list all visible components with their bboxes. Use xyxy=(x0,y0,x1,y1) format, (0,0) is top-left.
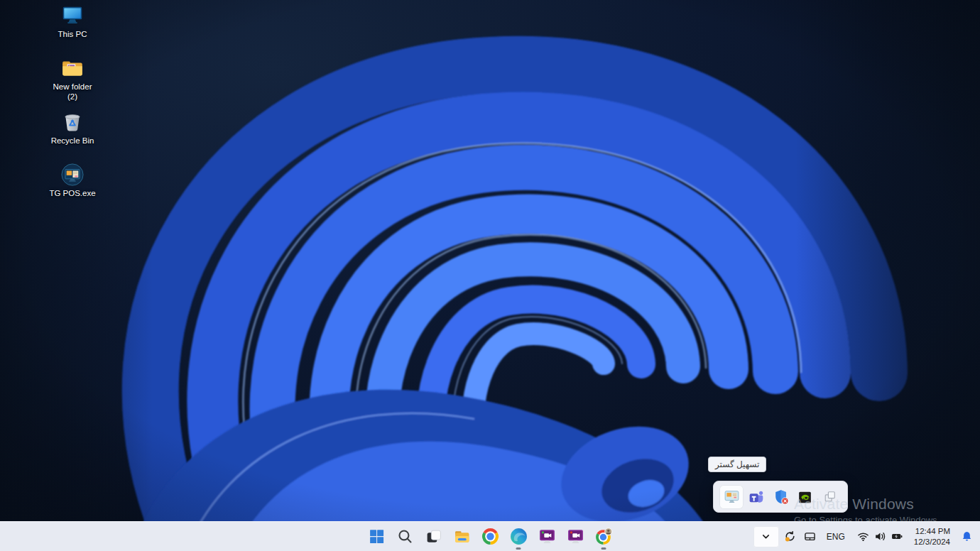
chrome-profile-icon xyxy=(595,528,613,545)
time-text: 12:44 PM xyxy=(914,526,950,537)
notifications-button[interactable] xyxy=(957,526,977,547)
update-restart-tray-button[interactable] xyxy=(781,526,799,547)
running-indicator xyxy=(516,547,521,550)
tray-overflow-flyout xyxy=(713,481,848,513)
desktop-icon-this-pc[interactable]: This PC xyxy=(41,4,104,40)
wifi-icon xyxy=(857,530,869,542)
windows-security-alert-icon xyxy=(772,488,790,506)
file-explorer-icon xyxy=(453,528,471,545)
battery-charging-icon xyxy=(891,530,903,542)
taskbar: ENG xyxy=(0,521,980,551)
screen-recorder-green-button[interactable] xyxy=(533,523,561,551)
this-pc-icon xyxy=(60,4,85,28)
desktop-icon-label: This PC xyxy=(58,30,87,40)
running-indicator xyxy=(601,547,606,550)
show-hidden-icons-button[interactable] xyxy=(753,526,779,547)
tray-flyout-teams[interactable] xyxy=(744,485,768,509)
desktop-icon-label: Recycle Bin xyxy=(51,136,94,146)
tray-flyout-tg-pos-icon[interactable] xyxy=(719,485,744,509)
touchpad-icon xyxy=(804,530,816,542)
tray-flyout-nvidia[interactable] xyxy=(793,485,817,509)
microsoft-teams-icon xyxy=(747,488,765,506)
overlapping-windows-icon xyxy=(821,488,839,506)
tray-overflow-tooltip: تسهیل گستر xyxy=(708,457,766,472)
notification-bell-icon xyxy=(961,530,973,542)
update-restart-icon xyxy=(784,530,796,542)
screen-recorder-red-button[interactable] xyxy=(561,523,589,551)
tray-flyout-security[interactable] xyxy=(768,485,793,509)
desktop-icon-tg-pos-exe[interactable]: TG POS.exe xyxy=(41,163,104,199)
file-explorer-button[interactable] xyxy=(447,523,476,551)
desktop-icon-new-folder-2[interactable]: New folder(2) xyxy=(41,56,104,102)
chevron-down-icon xyxy=(760,530,772,542)
nvidia-settings-icon xyxy=(796,488,814,506)
search-icon xyxy=(396,528,414,545)
tg-pos-icon xyxy=(723,488,741,506)
windows-desktop: This PC New folder(2) Recycle Bin xyxy=(0,0,980,551)
date-text: 12/3/2024 xyxy=(914,537,950,547)
folder-icon xyxy=(60,56,85,80)
task-view-button[interactable] xyxy=(419,523,447,551)
edge-icon xyxy=(510,528,528,545)
windows-start-icon xyxy=(368,528,386,545)
taskbar-app-row xyxy=(362,522,618,551)
language-indicator[interactable]: ENG xyxy=(821,526,851,547)
chrome-profile-button[interactable] xyxy=(589,523,618,551)
wallpaper-bloom xyxy=(0,0,980,551)
chrome-icon xyxy=(481,528,499,545)
system-tray: ENG xyxy=(753,522,977,551)
tray-flyout-overlapping-windows[interactable] xyxy=(817,485,842,509)
desktop-icon-label: New folder(2) xyxy=(53,82,92,102)
network-volume-battery-button[interactable] xyxy=(853,526,908,547)
edge-button[interactable] xyxy=(504,523,533,551)
screen-recorder-icon xyxy=(538,528,556,545)
clock[interactable]: 12:44 PM 12/3/2024 xyxy=(910,526,954,547)
task-view-icon xyxy=(425,528,442,545)
start-button[interactable] xyxy=(362,523,391,551)
chrome-button[interactable] xyxy=(476,523,504,551)
volume-icon xyxy=(874,530,886,542)
touchpad-tray-button[interactable] xyxy=(801,526,819,547)
search-button[interactable] xyxy=(391,523,419,551)
desktop-icon-recycle-bin[interactable]: Recycle Bin xyxy=(41,110,104,146)
tg-pos-app-icon xyxy=(60,163,85,187)
screen-recorder-icon xyxy=(567,528,584,545)
recycle-bin-icon xyxy=(60,110,85,134)
desktop-icon-label: TG POS.exe xyxy=(49,189,95,199)
